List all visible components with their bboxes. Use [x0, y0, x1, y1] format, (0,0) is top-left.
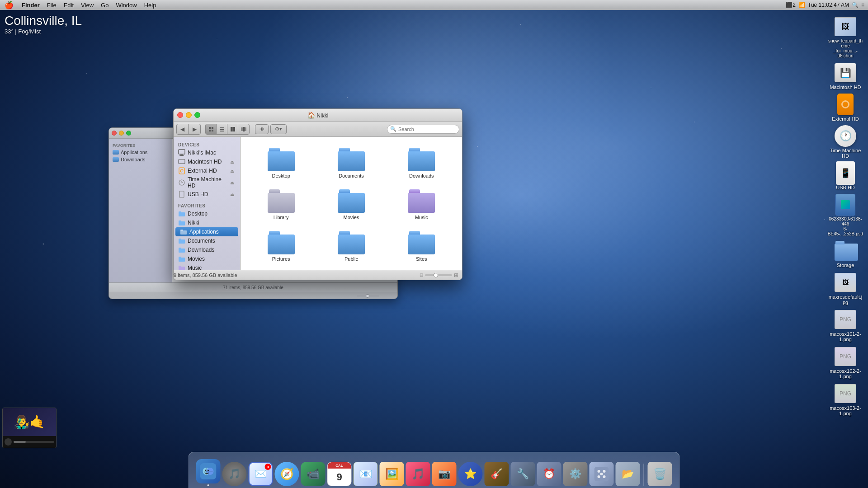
eject-time-machine[interactable]: ⏏ [229, 179, 236, 186]
dock-item-dashboard[interactable]: ⭐ [458, 462, 483, 486]
sidebar-item-time-machine-hd[interactable]: Time Machine HD ⏏ [174, 175, 240, 190]
menu-window[interactable]: Window [112, 1, 140, 9]
menu-view[interactable]: View [77, 1, 97, 9]
desktop-icon-storage[interactable]: Storage [827, 240, 863, 268]
sidebar-label-documents: Documents [188, 238, 215, 244]
menubar-list[interactable]: ≡ [861, 2, 864, 8]
sidebar-item-downloads[interactable]: Downloads [174, 245, 240, 254]
desktop-icon-time-machine[interactable]: 🕐 Time Machine HD [827, 125, 863, 159]
dock-item-iphoto[interactable]: 📷 [432, 462, 457, 486]
sidebar-item-usb-hd[interactable]: USB HD ⏏ [174, 190, 240, 199]
icon-size-slider-area[interactable]: ⊟ ⊞ [420, 272, 462, 278]
folder-label-pictures: Pictures [272, 256, 290, 262]
dock-item-music[interactable]: 🎵 [406, 462, 430, 486]
svg-point-49 [603, 470, 606, 473]
bg-sidebar-downloads[interactable]: Downloads [121, 157, 145, 162]
dock-item-contacts[interactable]: 📧 [354, 462, 378, 486]
toolbar-forward-button[interactable]: ▶ [189, 124, 200, 134]
dock-item-garageband[interactable]: 🎸 [485, 462, 509, 486]
menubar-wifi: 📶 [798, 2, 805, 8]
apple-menu[interactable]: 🍎 [0, 1, 18, 9]
folder-public[interactable]: Public [318, 227, 384, 265]
search-box[interactable]: 🔍 [387, 125, 459, 134]
desktop-icon-snow-leopard[interactable]: 🖼 snow_leopard_theme_for_mou...-d6lchun [827, 16, 863, 58]
sidebar-item-desktop[interactable]: Desktop [174, 209, 240, 218]
sidebar-item-nikkis-imac[interactable]: Nikki's iMac [174, 148, 240, 157]
dock-item-facetime[interactable]: 📹 [301, 462, 326, 486]
icon-label-maxres: maxresdefault.jpg [827, 294, 863, 305]
desktop-icon-macos101[interactable]: PNG macosx101-2-1.png [827, 309, 863, 342]
icon-label-snow-leopard: snow_leopard_theme_for_mou...-d6lchun [827, 38, 863, 58]
toolbar-gear-button[interactable]: ⚙▾ [270, 124, 287, 134]
desktop-icon-maxres[interactable]: 🖼 maxresdefault.jpg [827, 272, 863, 305]
view-list-button[interactable] [217, 124, 227, 134]
toolbar-back-button[interactable]: ◀ [177, 124, 189, 134]
desktop-icon-external-hd[interactable]: External HD [827, 94, 863, 122]
menubar-search[interactable]: 🔍 [852, 2, 859, 8]
svg-rect-15 [179, 155, 184, 156]
svg-rect-23 [179, 191, 184, 197]
finder-window-main: 🏠Nikki ◀ ▶ 👁 ⚙▾ 🔍 [173, 108, 462, 280]
bg-win-maximize[interactable] [126, 131, 131, 136]
desktop-icon-macos103[interactable]: PNG macosx103-2-1.png [827, 383, 863, 416]
folder-desktop[interactable]: Desktop [248, 144, 314, 182]
menu-finder[interactable]: Finder [18, 1, 43, 9]
sidebar-item-macintosh-hd[interactable]: Macintosh HD ⏏ [174, 157, 240, 166]
view-column-button[interactable] [227, 124, 238, 134]
folder-movies[interactable]: Movies [318, 186, 384, 224]
dock-item-time-machine-app[interactable]: ⏰ [537, 462, 561, 486]
toolbar-eye-button[interactable]: 👁 [255, 124, 269, 134]
icon-size-slider[interactable] [425, 274, 452, 276]
folder-documents[interactable]: Documents [318, 144, 384, 182]
sidebar-item-applications[interactable]: Applications [175, 227, 238, 236]
dock-item-trash[interactable]: 🗑️ [648, 462, 672, 486]
dock-item-calendar[interactable]: CAL 9 [327, 462, 352, 486]
sidebar-item-music[interactable]: Music [174, 263, 240, 270]
bg-win-minimize[interactable] [119, 131, 124, 136]
dock-item-script[interactable]: 🔧 [511, 462, 535, 486]
bg-win-close[interactable] [112, 131, 117, 136]
desktop-icon-psd[interactable]: 06283300-6138-4466-BE45-...252B.psd [827, 194, 863, 236]
view-icon-button[interactable] [206, 124, 217, 134]
dock-item-launchpad[interactable] [590, 462, 614, 486]
sidebar-label-macintosh-hd: Macintosh HD [188, 159, 222, 165]
dock-item-misc1[interactable]: 📂 [616, 462, 640, 486]
folder-library[interactable]: Library [248, 186, 314, 224]
search-input[interactable] [398, 127, 456, 132]
dock-item-photos[interactable]: 🖼️ [380, 462, 404, 486]
folder-downloads[interactable]: Downloads [388, 144, 455, 182]
desktop-icon-macos102[interactable]: PNG macosx102-2-1.png [827, 346, 863, 379]
folder-sites[interactable]: Sites [388, 227, 455, 265]
desktop-icon-macintosh-hd[interactable]: 💾 Macintosh HD [827, 62, 863, 90]
window-close-button[interactable] [177, 112, 183, 118]
window-minimize-button[interactable] [186, 112, 192, 118]
dock-item-sys-prefs[interactable]: ⚙️ [563, 462, 588, 486]
dock-item-mail[interactable]: ✉️ 3 [249, 462, 273, 486]
sidebar-item-nikki[interactable]: Nikki [174, 218, 240, 227]
dock-item-safari[interactable]: 🧭 [275, 462, 299, 486]
dock-item-soundboard[interactable]: 🎵 [222, 462, 247, 486]
folder-music[interactable]: Music [388, 186, 455, 224]
eject-usb-hd[interactable]: ⏏ [228, 191, 236, 198]
sidebar-item-external-hd[interactable]: External HD ⏏ [174, 166, 240, 175]
window-maximize-button[interactable] [194, 112, 200, 118]
bg-sidebar-applications[interactable]: Applications [121, 150, 147, 155]
folder-pictures[interactable]: Pictures [248, 227, 314, 265]
menubar-left: 🍎 Finder File Edit View Go Window Help [0, 1, 160, 9]
svg-rect-10 [241, 127, 243, 131]
eject-external-hd[interactable]: ⏏ [228, 167, 236, 174]
view-coverflow-button[interactable] [238, 124, 249, 134]
menu-help[interactable]: Help [141, 1, 160, 9]
sidebar-item-documents[interactable]: Documents [174, 236, 240, 245]
desktop-icon-usb-hd[interactable]: 📱 USB HD [827, 162, 863, 190]
svg-point-52 [600, 473, 603, 475]
dock-item-finder[interactable] [196, 459, 221, 486]
eject-macintosh-hd[interactable]: ⏏ [228, 158, 236, 165]
svg-rect-16 [179, 160, 185, 164]
menu-go[interactable]: Go [97, 1, 112, 9]
menu-file[interactable]: File [43, 1, 60, 9]
sidebar-label-usb-hd: USB HD [188, 191, 208, 197]
menu-edit[interactable]: Edit [60, 1, 77, 9]
svg-rect-36 [179, 267, 185, 270]
sidebar-item-movies[interactable]: Movies [174, 254, 240, 263]
